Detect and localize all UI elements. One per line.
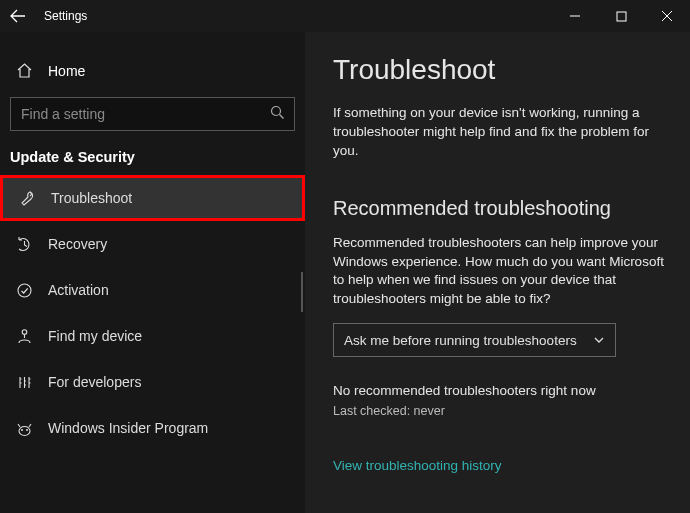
sidebar-item-label: For developers: [48, 374, 141, 390]
sidebar-item-label: Find my device: [48, 328, 142, 344]
sidebar-item-label: Recovery: [48, 236, 107, 252]
titlebar: Settings: [0, 0, 690, 32]
svg-point-4: [19, 426, 30, 435]
chevron-down-icon: [593, 334, 605, 346]
wrench-icon: [17, 190, 37, 207]
recovery-icon: [14, 236, 34, 253]
sidebar-item-label: Windows Insider Program: [48, 420, 208, 436]
search-input[interactable]: [10, 97, 295, 131]
no-recommended-text: No recommended troubleshooters right now: [333, 383, 668, 398]
home-icon: [14, 62, 34, 79]
troubleshoot-preference-dropdown[interactable]: Ask me before running troubleshooters: [333, 323, 616, 357]
dropdown-value: Ask me before running troubleshooters: [344, 333, 577, 348]
sidebar-item-activation[interactable]: Activation: [0, 267, 305, 313]
svg-point-6: [26, 429, 28, 431]
maximize-button[interactable]: [598, 0, 644, 32]
sidebar-item-for-developers[interactable]: For developers: [0, 359, 305, 405]
minimize-icon: [569, 10, 581, 22]
svg-rect-0: [617, 12, 626, 21]
page-heading: Troubleshoot: [333, 54, 668, 86]
home-label: Home: [48, 63, 85, 79]
close-button[interactable]: [644, 0, 690, 32]
sidebar-item-label: Activation: [48, 282, 109, 298]
category-heading: Update & Security: [0, 149, 305, 175]
sidebar-item-troubleshoot[interactable]: Troubleshoot: [0, 175, 305, 221]
sidebar-item-insider[interactable]: Windows Insider Program: [0, 405, 305, 451]
svg-point-5: [21, 429, 23, 431]
intro-text: If something on your device isn't workin…: [333, 104, 663, 161]
svg-point-1: [272, 107, 281, 116]
maximize-icon: [616, 11, 627, 22]
sidebar-item-recovery[interactable]: Recovery: [0, 221, 305, 267]
view-history-link[interactable]: View troubleshooting history: [333, 458, 668, 473]
close-icon: [661, 10, 673, 22]
recommended-text: Recommended troubleshooters can help imp…: [333, 234, 668, 310]
sidebar-item-label: Troubleshoot: [51, 190, 132, 206]
scrollbar[interactable]: [301, 272, 303, 312]
home-nav[interactable]: Home: [0, 54, 305, 89]
activation-icon: [14, 282, 34, 299]
svg-point-3: [22, 329, 27, 334]
svg-point-2: [18, 284, 31, 297]
developer-icon: [14, 374, 34, 391]
insider-icon: [14, 420, 34, 437]
window-controls: [552, 0, 690, 32]
back-button[interactable]: [6, 8, 30, 24]
back-arrow-icon: [10, 8, 26, 24]
minimize-button[interactable]: [552, 0, 598, 32]
content-pane: Troubleshoot If something on your device…: [305, 32, 690, 513]
sidebar: Home Update & Security Troubleshoot: [0, 32, 305, 513]
location-icon: [14, 328, 34, 345]
sidebar-item-find-my-device[interactable]: Find my device: [0, 313, 305, 359]
search-icon: [270, 105, 285, 120]
recommended-heading: Recommended troubleshooting: [333, 197, 668, 220]
window-title: Settings: [30, 9, 87, 23]
last-checked-text: Last checked: never: [333, 404, 668, 418]
